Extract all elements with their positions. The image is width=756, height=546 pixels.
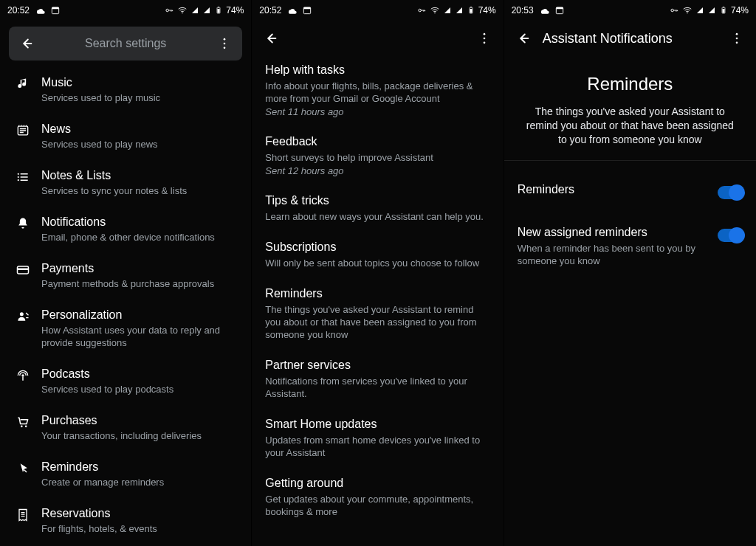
person-icon xyxy=(4,308,41,324)
more-button[interactable] xyxy=(722,24,752,53)
toggle-switch[interactable] xyxy=(718,186,743,199)
settings-item-personalization[interactable]: PersonalizationHow Assistant uses your d… xyxy=(0,299,251,358)
section-description: The things you've asked your Assistant t… xyxy=(522,105,738,147)
music-icon xyxy=(4,75,41,91)
battery-icon xyxy=(719,5,728,15)
toggle-switch[interactable] xyxy=(718,229,743,242)
notification-title: Partner services xyxy=(265,359,489,372)
status-battery: 74% xyxy=(226,5,244,15)
vpn-key-icon xyxy=(669,5,679,15)
section-title: Reminders xyxy=(522,74,738,94)
signal-icon xyxy=(190,6,199,15)
settings-item-subtitle: Create or manage reminders xyxy=(41,476,164,488)
settings-item-music[interactable]: MusicServices used to play music xyxy=(0,66,251,113)
wifi-icon xyxy=(177,5,188,15)
notification-title: Smart Home updates xyxy=(265,418,489,431)
app-bar xyxy=(252,21,503,56)
notification-item[interactable]: Help with tasksInfo about your flights, … xyxy=(265,55,489,126)
settings-item-notifications[interactable]: NotificationsEmail, phone & other device… xyxy=(0,206,251,252)
signal-icon xyxy=(695,6,704,15)
search-placeholder: Search settings xyxy=(40,37,211,50)
notification-item[interactable]: Getting aroundGet updates about your com… xyxy=(265,468,489,527)
settings-item-reminders[interactable]: RemindersCreate or manage reminders xyxy=(0,451,251,497)
pane-notification-types: 20:52 74% Help with tasksInfo about your… xyxy=(251,0,503,546)
toggle-list: RemindersNew assigned remindersWhen a re… xyxy=(504,161,756,289)
more-button[interactable] xyxy=(470,24,499,53)
settings-item-subtitle: Payment methods & purchase approvals xyxy=(41,277,214,290)
notification-subtitle: Learn about new ways your Assistant can … xyxy=(265,210,489,223)
settings-item-subtitle: Services to sync your notes & lists xyxy=(41,184,187,197)
settings-item-payments[interactable]: PaymentsPayment methods & purchase appro… xyxy=(0,252,251,299)
pointer-icon xyxy=(4,460,41,476)
signal-icon xyxy=(707,6,716,15)
pane-settings: 20:52 74% Search settings MusicServices … xyxy=(0,0,251,546)
list-icon xyxy=(4,168,41,184)
settings-item-title: Podcasts xyxy=(41,367,173,381)
back-button[interactable] xyxy=(256,24,286,53)
settings-item-title: News xyxy=(41,122,158,136)
status-time: 20:53 xyxy=(512,5,534,15)
notification-title: Subscriptions xyxy=(265,241,489,254)
notification-item[interactable]: Partner servicesNotifications from servi… xyxy=(265,350,489,409)
status-bar: 20:52 74% xyxy=(0,0,251,21)
settings-item-title: Notes & Lists xyxy=(41,168,187,183)
settings-item-subtitle: For flights, hotels, & events xyxy=(41,522,157,535)
notification-item[interactable]: SubscriptionsWill only be sent about top… xyxy=(265,232,489,278)
today-icon xyxy=(302,5,312,15)
bell-icon xyxy=(4,215,41,231)
battery-icon xyxy=(214,5,223,15)
toggle-title: Reminders xyxy=(518,183,709,196)
settings-item-notes-lists[interactable]: Notes & ListsServices to sync your notes… xyxy=(0,159,251,206)
pane-reminders: 20:53 74% Assistant Notifications Remind… xyxy=(504,0,756,546)
toggle-row[interactable]: Reminders xyxy=(518,170,743,212)
status-battery: 74% xyxy=(478,5,496,15)
vpn-key-icon xyxy=(164,5,174,15)
settings-item-reservations[interactable]: ReservationsFor flights, hotels, & event… xyxy=(0,497,251,544)
signal-icon xyxy=(455,6,464,15)
settings-item-podcasts[interactable]: PodcastsServices used to play podcasts xyxy=(0,358,251,404)
notification-subtitle: Updates from smart home devices you've l… xyxy=(265,434,489,459)
cloud-icon xyxy=(34,4,46,16)
notification-item[interactable]: Tips & tricksLearn about new ways your A… xyxy=(265,185,489,232)
settings-item-subtitle: How Assistant uses your data to reply an… xyxy=(41,324,241,349)
card-icon xyxy=(4,261,41,277)
settings-item-purchases[interactable]: PurchasesYour transactions, including de… xyxy=(0,404,251,451)
today-icon xyxy=(554,5,565,15)
notification-title: Feedback xyxy=(265,135,489,148)
settings-item-news[interactable]: NewsServices used to play news xyxy=(0,113,251,159)
notification-list: Help with tasksInfo about your flights, … xyxy=(252,55,503,527)
notification-subtitle: Info about your flights, bills, package … xyxy=(265,80,489,105)
notification-subtitle: Will only be sent about topics you choos… xyxy=(265,257,489,269)
notification-title: Reminders xyxy=(265,287,489,300)
status-battery: 74% xyxy=(731,5,749,15)
app-bar: Assistant Notifications xyxy=(504,21,756,56)
notification-subtitle: Get updates about your commute, appointm… xyxy=(265,493,489,518)
settings-item-title: Payments xyxy=(41,261,214,276)
status-bar: 20:53 74% xyxy=(504,0,756,21)
cloud-icon xyxy=(286,4,298,16)
notification-item[interactable]: RemindersThe things you've asked your As… xyxy=(265,278,489,350)
notification-title: Getting around xyxy=(265,477,489,490)
status-time: 20:52 xyxy=(7,5,30,15)
more-button[interactable] xyxy=(211,30,238,57)
battery-icon xyxy=(467,5,475,15)
notification-item[interactable]: FeedbackShort surveys to help improve As… xyxy=(265,126,489,185)
settings-item-title: Reminders xyxy=(41,460,164,474)
signal-icon xyxy=(443,6,452,15)
notification-subtitle: Short surveys to help improve Assistant xyxy=(265,151,489,164)
settings-item-title: Reservations xyxy=(41,506,157,521)
toggle-subtitle: When a reminder has been sent to you by … xyxy=(518,242,709,267)
vpn-key-icon xyxy=(416,5,427,15)
notification-title: Help with tasks xyxy=(265,63,489,77)
notification-title: Tips & tricks xyxy=(265,194,489,207)
notification-subtitle: Notifications from services you've linke… xyxy=(265,375,489,400)
news-icon xyxy=(4,122,41,138)
search-bar[interactable]: Search settings xyxy=(9,27,242,61)
settings-item-subtitle: Services used to play news xyxy=(41,138,158,151)
back-button[interactable] xyxy=(13,30,40,57)
settings-item-subtitle: Services used to play music xyxy=(41,91,160,104)
notification-item[interactable]: Smart Home updatesUpdates from smart hom… xyxy=(265,409,489,468)
toggle-row[interactable]: New assigned remindersWhen a reminder ha… xyxy=(518,212,743,280)
section-header: Reminders The things you've asked your A… xyxy=(504,56,756,161)
back-button[interactable] xyxy=(509,24,538,53)
